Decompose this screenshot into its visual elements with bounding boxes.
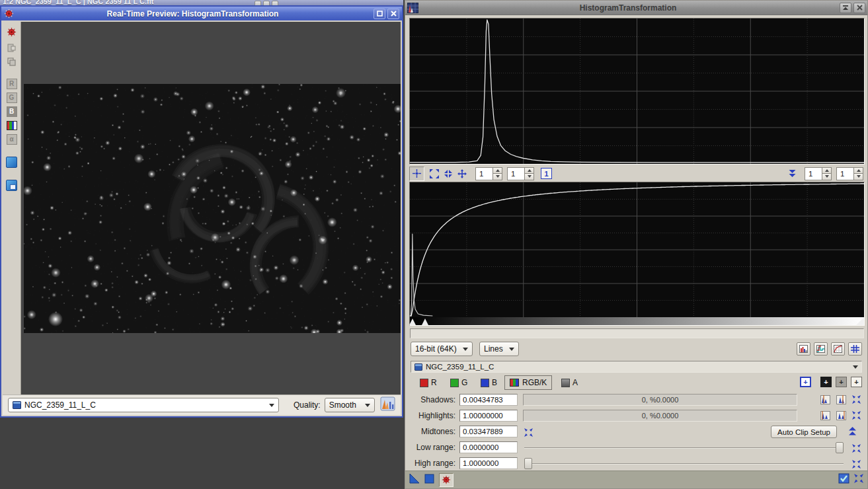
output-v-zoom-spinner[interactable]: 1: [836, 167, 863, 180]
shadows-clip-increase-icon[interactable]: [836, 395, 846, 404]
zoom-out-icon[interactable]: [441, 167, 455, 180]
channel-green-button[interactable]: G: [5, 91, 19, 104]
spin-up-icon[interactable]: [822, 167, 832, 174]
maximize-icon[interactable]: [263, 1, 270, 5]
restore-icon[interactable]: [374, 9, 385, 19]
channel-rgbk-button[interactable]: RGB/K: [504, 375, 552, 390]
zoom-in-icon[interactable]: [427, 167, 441, 180]
high-range-input[interactable]: 1.0000000: [459, 457, 518, 469]
highlights-clip-slider[interactable]: 0, %0.0000: [523, 410, 797, 422]
plot-style-value: Lines: [484, 344, 503, 354]
highlights-input[interactable]: 1.00000000: [459, 410, 518, 422]
reset-button[interactable]: [854, 474, 863, 486]
detach-preview-icon[interactable]: [5, 41, 19, 55]
channel-a-button[interactable]: A: [561, 378, 578, 387]
shadows-reset-icon[interactable]: [852, 395, 861, 404]
highlights-reset-icon[interactable]: [852, 411, 861, 420]
stf-square-icon[interactable]: [5, 155, 19, 169]
show-histogram-outline-button[interactable]: [814, 342, 828, 356]
resolution-selector[interactable]: 16-bit (64K): [411, 342, 473, 356]
green-swatch-icon: [450, 379, 459, 387]
channel-g-button[interactable]: G: [450, 378, 467, 387]
midtones-input[interactable]: 0.03347889: [459, 426, 518, 437]
shade-window-icon[interactable]: [840, 3, 851, 13]
channel-red-button[interactable]: R: [5, 77, 19, 91]
apply-button[interactable]: [424, 474, 434, 486]
channel-selector-row: R G B RGB/K A + + + +: [411, 375, 862, 391]
close-icon[interactable]: [272, 1, 278, 5]
toggle-grid-button[interactable]: [848, 342, 862, 356]
raise-shadows-icon[interactable]: [848, 427, 857, 439]
source-histogram-plot[interactable]: [409, 18, 865, 165]
realtime-preview-button[interactable]: [439, 473, 454, 487]
pan-mode-icon[interactable]: [455, 167, 469, 180]
close-icon[interactable]: [853, 3, 865, 13]
red-swatch-icon: [420, 379, 428, 387]
low-range-input[interactable]: 0.0000000: [459, 441, 518, 453]
high-range-slider[interactable]: [524, 463, 844, 465]
spin-down-icon[interactable]: [524, 174, 534, 180]
spin-down-icon[interactable]: [493, 174, 502, 180]
chevron-down-icon: [269, 404, 274, 407]
show-histogram-bars-button[interactable]: [797, 342, 810, 356]
track-view-button[interactable]: [838, 473, 849, 486]
quality-selector[interactable]: Smooth: [325, 398, 375, 412]
horizontal-zoom-spinner[interactable]: 1: [475, 167, 502, 180]
plot-mode-combined-button[interactable]: +: [800, 377, 811, 387]
vertical-zoom-spinner[interactable]: 1: [507, 167, 534, 180]
channel-b-button[interactable]: B: [481, 378, 497, 387]
shadows-clip-slider[interactable]: 0, %0.0000: [523, 394, 797, 406]
show-curve-grid-button[interactable]: [831, 342, 845, 356]
spin-down-icon[interactable]: [822, 174, 832, 180]
channel-rgb-button[interactable]: [5, 118, 19, 132]
target-view-selector[interactable]: NGC_2359_11_L_C: [411, 361, 862, 373]
highlights-marker[interactable]: [856, 317, 864, 325]
highlights-clip-decrease-icon[interactable]: [820, 410, 830, 420]
shadows-clip-decrease-icon[interactable]: [820, 395, 830, 404]
auto-clip-setup-button[interactable]: Auto Clip Setup: [771, 426, 837, 438]
plot-style-selector[interactable]: Lines: [479, 342, 519, 356]
spin-up-icon[interactable]: [493, 167, 502, 174]
new-instance-button[interactable]: [409, 473, 420, 486]
shadows-input[interactable]: 0.00434783: [459, 394, 518, 406]
low-range-slider-handle[interactable]: [836, 442, 844, 453]
preview-titlebar[interactable]: Real-Time Preview: HistogramTransformati…: [1, 7, 402, 20]
high-range-reset-icon[interactable]: [852, 459, 861, 471]
plot-mode-light-button[interactable]: +: [851, 377, 862, 387]
spin-up-icon[interactable]: [524, 167, 534, 174]
high-range-slider-handle[interactable]: [524, 458, 532, 469]
close-icon[interactable]: [387, 9, 399, 19]
new-preview-icon[interactable]: [5, 178, 19, 192]
highlights-clip-increase-icon[interactable]: [836, 410, 846, 420]
channel-alpha-button[interactable]: α: [5, 132, 19, 146]
duplicate-window-icon[interactable]: [5, 55, 19, 69]
transfer-function-plot[interactable]: [409, 182, 865, 326]
tone-gradient-strip[interactable]: [410, 317, 864, 325]
channel-r-button[interactable]: R: [420, 378, 437, 387]
plot-mode-gray-button[interactable]: +: [836, 377, 847, 387]
highlights-row: Highlights: 1.00000000 0, %0.0000: [411, 410, 862, 423]
spin-down-icon[interactable]: [853, 174, 863, 180]
histogram-titlebar[interactable]: HistogramTransformation: [405, 1, 867, 15]
low-range-label: Low range:: [411, 441, 455, 454]
preview-view-selector[interactable]: NGC_2359_11_L_C: [8, 398, 279, 412]
zoom-1-1-button[interactable]: 1: [541, 168, 552, 179]
shadows-marker[interactable]: [409, 319, 416, 325]
plot-mode-dark-button[interactable]: +: [820, 377, 832, 387]
realtime-preview-bug-icon: [4, 9, 14, 19]
readout-mode-button[interactable]: [409, 167, 424, 181]
preview-image[interactable]: [24, 84, 401, 333]
open-histogram-dialog-button[interactable]: [380, 396, 395, 414]
midtones-reset-icon[interactable]: [524, 428, 533, 439]
realtime-preview-toggle-button[interactable]: [5, 25, 19, 39]
scroll-down-histogram-icon[interactable]: [785, 167, 799, 180]
output-h-zoom-spinner[interactable]: 1: [805, 167, 832, 180]
low-range-reset-icon[interactable]: [852, 443, 861, 455]
low-range-slider[interactable]: [524, 447, 844, 449]
minimize-icon[interactable]: [255, 1, 261, 5]
image-window-icon: [414, 363, 422, 371]
channel-blue-button[interactable]: B: [5, 104, 19, 118]
low-range-row: Low range: 0.0000000: [411, 441, 862, 455]
midtones-marker[interactable]: [422, 319, 428, 325]
spin-up-icon[interactable]: [853, 167, 863, 174]
